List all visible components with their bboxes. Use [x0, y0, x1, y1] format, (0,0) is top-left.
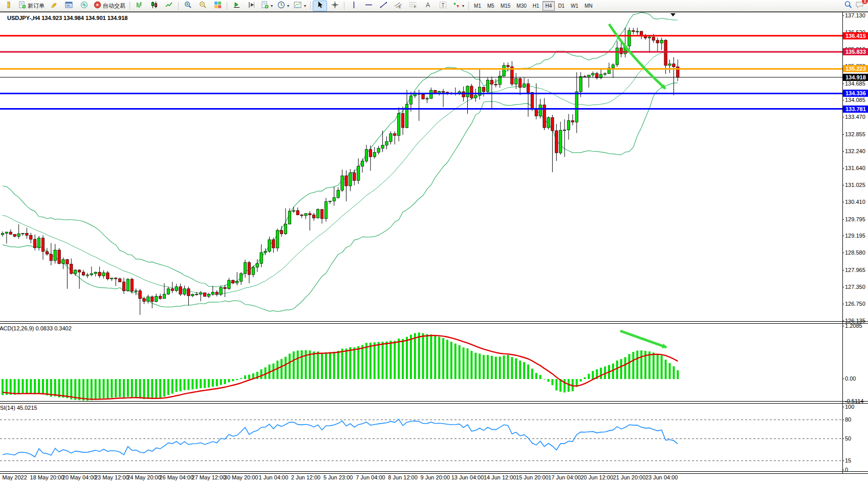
text-label-button[interactable]: T: [436, 1, 450, 11]
new-order-button-label: 新订单: [28, 2, 45, 10]
candle-body: [385, 142, 388, 145]
candle-body: [264, 252, 267, 253]
candle-body: [632, 31, 635, 32]
chart-shift-marker[interactable]: [670, 13, 676, 16]
pane-separator: [0, 471, 868, 474]
price-tick: 133.470: [845, 114, 865, 120]
trendline-icon: [380, 1, 387, 11]
vertical-line-button[interactable]: [346, 1, 361, 11]
rsi-pane[interactable]: [0, 403, 842, 471]
zoom-in-button[interactable]: [181, 1, 195, 11]
candlesticks[interactable]: [1, 28, 679, 315]
timeframe-d1[interactable]: D1: [555, 1, 568, 11]
candle-body: [422, 94, 424, 99]
candle-body: [603, 74, 606, 74]
macd-tick: 0.00: [845, 375, 856, 382]
signals-icon: [80, 1, 88, 11]
candle-body: [9, 232, 12, 235]
periods-button[interactable]: ▾: [275, 1, 291, 11]
candle-body: [260, 253, 263, 263]
rsi-tick: 50: [845, 435, 851, 442]
candle-body: [300, 215, 303, 216]
macd-tick: 1.2085: [845, 323, 862, 329]
metaeditor-button[interactable]: [62, 1, 76, 11]
candle-body: [163, 294, 165, 299]
macd-histogram[interactable]: [3, 332, 678, 401]
horizontal-line-icon: [365, 1, 373, 11]
candle-body: [357, 166, 360, 181]
candle-body: [494, 85, 497, 85]
trendline-button[interactable]: [376, 1, 390, 11]
candle-body: [389, 134, 392, 142]
autotrading-button[interactable]: 自动交易: [92, 1, 127, 11]
candle-body: [434, 90, 437, 93]
rsi-line[interactable]: [3, 420, 678, 457]
price-axis-border: [842, 12, 843, 473]
chevron-down-icon[interactable]: ▾: [304, 4, 306, 8]
timeframe-m30[interactable]: M30: [513, 1, 529, 11]
price-tick: 131.640: [845, 165, 865, 171]
line-chart-button[interactable]: [162, 1, 176, 11]
candle-body: [329, 201, 331, 202]
candlestick-chart-button[interactable]: [147, 1, 161, 11]
cursor-icon: [316, 1, 324, 11]
candle-body: [575, 92, 578, 122]
timeframe-h4[interactable]: H4: [542, 1, 555, 11]
candle-body: [66, 260, 69, 264]
time-label: 7 Jun 04:00: [356, 474, 385, 480]
chevron-down-icon[interactable]: ▾: [462, 4, 464, 8]
signals-button[interactable]: [77, 1, 91, 11]
candle-body: [143, 299, 145, 301]
candle-body: [115, 278, 117, 279]
timeframe-w1[interactable]: W1: [568, 1, 581, 11]
arrows-button[interactable]: ▾: [450, 1, 466, 11]
bollinger-upper-band[interactable]: [3, 12, 678, 287]
candle-body: [571, 120, 574, 122]
candle-body: [179, 287, 182, 295]
horizontal-line-button[interactable]: [361, 1, 376, 11]
candle-body: [442, 92, 444, 92]
timeframe-mn[interactable]: MN: [581, 1, 596, 11]
timeframe-m1[interactable]: M1: [471, 1, 484, 11]
candle-body: [252, 267, 254, 275]
new-order-button[interactable]: 新订单: [16, 1, 47, 11]
candle-body: [26, 233, 28, 235]
price-tick: 132.240: [845, 148, 865, 154]
text-button[interactable]: A: [421, 1, 435, 11]
gold-icon-button[interactable]: [47, 1, 61, 11]
crosshair-icon: [331, 1, 339, 11]
cursor-button[interactable]: [313, 1, 327, 11]
candle-body: [592, 73, 594, 75]
chevron-down-icon[interactable]: ▾: [271, 4, 273, 8]
timeframe-h1[interactable]: H1: [530, 1, 542, 11]
timeframe-m15[interactable]: M15: [497, 1, 513, 11]
chat-badge: 1: [862, 0, 868, 4]
templates-button[interactable]: ▾: [292, 1, 308, 11]
chart-shift-button[interactable]: [244, 1, 258, 11]
candle-body: [30, 236, 32, 240]
macd-pane[interactable]: [0, 324, 842, 401]
tile-windows-button[interactable]: [210, 1, 225, 11]
chart-window[interactable]: USDJPY-,H4 134.923 134.984 134.901 134.9…: [0, 12, 868, 482]
zoom-out-button[interactable]: [196, 1, 210, 11]
crosshair-button[interactable]: [328, 1, 342, 11]
periods-icon: [277, 1, 285, 11]
search-icon[interactable]: [844, 1, 852, 11]
candle-body: [628, 31, 631, 46]
toolbar-separator: [310, 2, 311, 10]
auto-scroll-button[interactable]: [229, 1, 244, 11]
candle-body: [426, 98, 428, 99]
bar-chart-button[interactable]: [132, 1, 146, 11]
indicators-button[interactable]: ▾: [259, 1, 275, 11]
chevron-down-icon[interactable]: ▾: [287, 4, 289, 8]
main-chart-pane[interactable]: [0, 12, 842, 322]
vertical-line-icon: [350, 1, 358, 11]
fibonacci-button[interactable]: F: [406, 1, 420, 11]
time-label: 9 Jun 20:00: [421, 474, 450, 480]
time-label: 23 May 12:00: [95, 474, 129, 480]
chat-icon[interactable]: 1: [855, 1, 864, 11]
macd-trend-arrow[interactable]: [620, 331, 666, 347]
candle-body: [523, 84, 525, 88]
equidistant-channel-button[interactable]: E: [391, 1, 405, 11]
timeframe-m5[interactable]: M5: [484, 1, 497, 11]
